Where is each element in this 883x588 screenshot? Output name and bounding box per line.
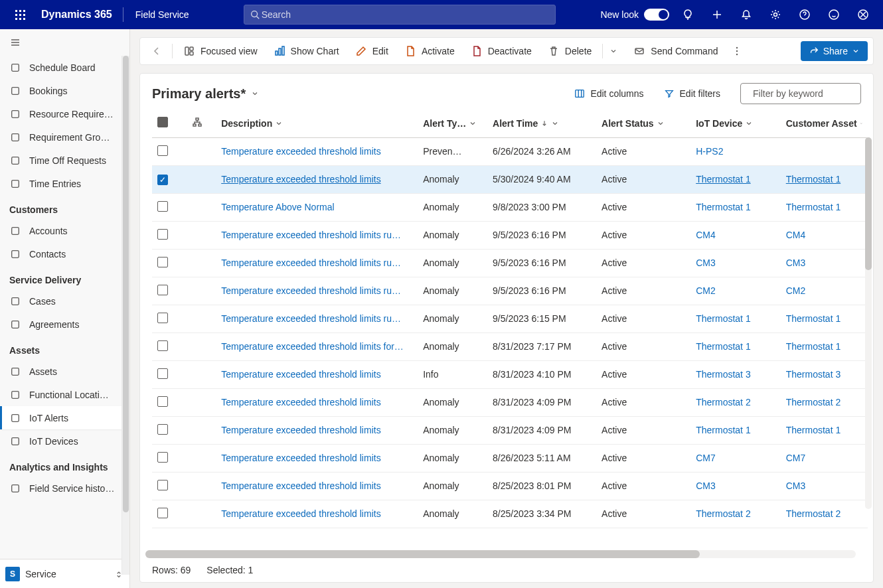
description-link[interactable]: Temperature Above Normal — [221, 202, 334, 212]
sidebar-scrollbar[interactable] — [121, 56, 129, 575]
description-link[interactable]: Temperature exceeded threshold limits fo… — [221, 341, 404, 352]
device-link[interactable]: CM7 — [696, 453, 716, 463]
sidebar-item[interactable]: Agreements — [0, 313, 129, 336]
device-link[interactable]: H-PS2 — [696, 146, 723, 157]
grid-horizontal-scrollbar[interactable] — [145, 550, 856, 558]
sidebar-item[interactable]: Bookings — [0, 79, 129, 102]
row-checkbox[interactable] — [157, 368, 168, 379]
col-hierarchy[interactable] — [187, 110, 216, 137]
device-link[interactable]: CM3 — [696, 480, 716, 491]
share-button[interactable]: Share — [801, 41, 868, 61]
device-link[interactable]: Thermostat 1 — [696, 425, 750, 435]
description-link[interactable]: Temperature exceeded threshold limits — [221, 425, 380, 435]
col-iot-device[interactable]: IoT Device — [690, 110, 781, 137]
chevron-down-icon[interactable] — [609, 47, 617, 55]
description-link[interactable]: Temperature exceeded threshold limits — [221, 453, 380, 463]
asset-link[interactable]: Thermostat 3 — [786, 369, 841, 380]
asset-link[interactable]: CM4 — [786, 230, 806, 240]
device-link[interactable]: CM2 — [696, 285, 716, 296]
description-link[interactable]: Temperature exceeded threshold limits — [221, 397, 380, 407]
app-name-label[interactable]: Field Service — [127, 9, 197, 20]
row-checkbox[interactable] — [157, 480, 168, 490]
global-search[interactable] — [244, 5, 556, 25]
edit-columns-button[interactable]: Edit columns — [569, 83, 649, 104]
device-link[interactable]: Thermostat 1 — [696, 202, 750, 212]
asset-link[interactable]: CM3 — [786, 257, 806, 268]
table-row[interactable]: Temperature Above NormalAnomaly9/8/2023 … — [152, 193, 868, 221]
asset-link[interactable]: Thermostat 1 — [786, 341, 841, 352]
table-row[interactable]: Temperature exceeded threshold limitsAno… — [152, 388, 868, 416]
device-link[interactable]: Thermostat 2 — [696, 397, 750, 407]
sidebar-item[interactable]: Functional Locati… — [0, 383, 129, 406]
show-chart-button[interactable]: Show Chart — [267, 40, 346, 62]
table-row[interactable]: Temperature exceeded threshold limitsAno… — [152, 416, 868, 444]
col-alert-status[interactable]: Alert Status — [596, 110, 690, 137]
table-row[interactable]: Temperature exceeded threshold limits ru… — [152, 305, 868, 332]
table-row[interactable]: Temperature exceeded threshold limitsInf… — [152, 360, 868, 388]
keyword-filter-input[interactable] — [752, 88, 870, 100]
row-checkbox[interactable] — [157, 340, 168, 351]
app-switcher-icon[interactable] — [848, 0, 878, 29]
sidebar-item[interactable]: IoT Devices — [0, 429, 129, 453]
asset-link[interactable]: Thermostat 2 — [786, 508, 841, 519]
sidebar-item[interactable]: Field Service histo… — [0, 477, 129, 500]
sidebar-item[interactable]: Accounts — [0, 219, 129, 242]
activate-button[interactable]: Activate — [398, 40, 461, 62]
description-link[interactable]: Temperature exceeded threshold limits ru… — [221, 257, 401, 268]
sidebar-item[interactable]: Contacts — [0, 242, 129, 265]
asset-link[interactable]: Thermostat 1 — [786, 174, 841, 184]
row-checkbox[interactable] — [157, 285, 168, 295]
toggle-icon[interactable] — [644, 9, 669, 21]
help-icon[interactable] — [790, 0, 819, 29]
col-alert-type[interactable]: Alert Ty… — [418, 110, 487, 137]
description-link[interactable]: Temperature exceeded threshold limits — [221, 369, 380, 380]
sidebar-item[interactable]: Time Off Requests — [0, 149, 129, 172]
delete-button[interactable]: Delete — [541, 40, 624, 62]
asset-link[interactable]: Thermostat 1 — [786, 313, 841, 324]
asset-link[interactable]: Thermostat 1 — [786, 202, 841, 212]
app-launcher-icon[interactable] — [5, 0, 35, 29]
table-row[interactable]: Temperature exceeded threshold limitsAno… — [152, 444, 868, 472]
col-description[interactable]: Description — [216, 110, 418, 137]
table-row[interactable]: Temperature exceeded threshold limitsAno… — [152, 472, 868, 500]
description-link[interactable]: Temperature exceeded threshold limits — [221, 508, 380, 519]
row-checkbox[interactable] — [157, 145, 168, 156]
description-link[interactable]: Temperature exceeded threshold limits — [221, 480, 380, 491]
view-switcher[interactable]: Primary alerts* — [152, 86, 259, 102]
asset-link[interactable]: Thermostat 1 — [786, 425, 841, 435]
area-switcher[interactable]: S Service — [0, 559, 129, 588]
device-link[interactable]: CM3 — [696, 257, 716, 268]
row-checkbox[interactable] — [157, 229, 168, 240]
row-checkbox[interactable] — [157, 313, 168, 323]
device-link[interactable]: Thermostat 3 — [696, 369, 750, 380]
asset-link[interactable]: CM2 — [786, 285, 806, 296]
device-link[interactable]: Thermostat 1 — [696, 313, 750, 324]
row-checkbox[interactable] — [157, 396, 168, 407]
row-checkbox[interactable] — [157, 257, 168, 267]
sidebar-item[interactable]: Time Entries — [0, 172, 129, 195]
description-link[interactable]: Temperature exceeded threshold limits ru… — [221, 230, 401, 240]
col-select[interactable] — [152, 110, 187, 137]
description-link[interactable]: Temperature exceeded threshold limits — [221, 174, 380, 184]
sidebar-item[interactable]: Requirement Gro… — [0, 125, 129, 149]
col-alert-time[interactable]: Alert Time — [487, 110, 596, 137]
device-link[interactable]: Thermostat 1 — [696, 174, 750, 184]
description-link[interactable]: Temperature exceeded threshold limits — [221, 146, 380, 157]
grid-vertical-scrollbar[interactable] — [865, 137, 872, 509]
overflow-button[interactable] — [727, 40, 747, 62]
select-all-checkbox[interactable] — [157, 117, 168, 127]
asset-link[interactable]: CM3 — [786, 480, 806, 491]
col-customer-asset[interactable]: Customer Asset — [781, 110, 868, 137]
row-checkbox[interactable] — [157, 452, 168, 463]
device-link[interactable]: Thermostat 2 — [696, 508, 750, 519]
description-link[interactable]: Temperature exceeded threshold limits ru… — [221, 285, 401, 296]
edit-button[interactable]: Edit — [349, 40, 395, 62]
focused-view-button[interactable]: Focused view — [177, 40, 264, 62]
table-row[interactable]: Temperature exceeded threshold limits ru… — [152, 249, 868, 277]
asset-link[interactable]: Thermostat 2 — [786, 397, 841, 407]
feedback-icon[interactable] — [819, 0, 848, 29]
sidebar-item[interactable]: Schedule Board — [0, 56, 129, 79]
sidebar-item[interactable]: Resource Require… — [0, 102, 129, 125]
table-row[interactable]: Temperature exceeded threshold limits fo… — [152, 332, 868, 360]
add-icon[interactable] — [702, 0, 732, 29]
